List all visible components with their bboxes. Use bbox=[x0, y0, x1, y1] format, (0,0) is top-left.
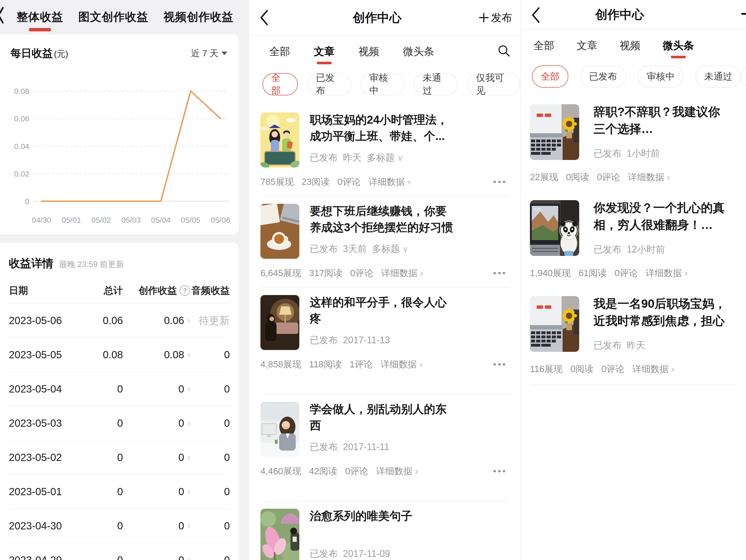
back-icon[interactable] bbox=[259, 9, 269, 26]
creation-center-microposts-screen: 创作中心 全部 文章 视频 微头条 全部 已发布 审核中 未通过 bbox=[520, 0, 746, 560]
chevron-right-icon: › bbox=[187, 418, 191, 429]
chevron-right-icon: › bbox=[187, 555, 191, 560]
date-range-selector[interactable]: 近 7 天 bbox=[191, 48, 227, 59]
help-icon[interactable]: ? bbox=[179, 285, 191, 296]
filter-published[interactable]: 已发布 bbox=[307, 73, 351, 95]
more-options-icon[interactable] bbox=[493, 359, 507, 370]
more-options-icon[interactable] bbox=[493, 268, 507, 278]
tab-overall-earnings[interactable]: 整体收益 bbox=[17, 9, 63, 25]
impressions: 4,460展现 bbox=[260, 465, 302, 477]
svg-text:04/30: 04/30 bbox=[32, 216, 51, 224]
post-stats: 116展现 0阅读 0评论 详细数据 bbox=[530, 363, 675, 375]
article-meta: 已发布 昨天 多标题 bbox=[310, 151, 403, 164]
article-item[interactable]: 治愈系列的唯美句子 已发布 2017-11-09 7,669展现 125阅读 0… bbox=[260, 501, 509, 560]
post-thumbnail-monitor-panda: 6:20 bbox=[530, 200, 579, 256]
tab-articles[interactable]: 文章 bbox=[314, 44, 335, 59]
article-item[interactable]: 职场宝妈的24小时管理法， 成功平衡上班、带娃、个... 已发布 昨天 多标题 … bbox=[260, 105, 509, 196]
filter-in-review[interactable]: 审核中 bbox=[361, 73, 405, 95]
svg-text:0.06: 0.06 bbox=[14, 114, 29, 123]
article-meta: 已发布 3天前 多标题 bbox=[310, 243, 408, 255]
detail-data-link[interactable]: 详细数据 bbox=[381, 267, 423, 279]
app-header: 创作中心 bbox=[521, 0, 746, 30]
detail-data-link[interactable]: 详细数据 bbox=[376, 465, 418, 477]
filter-rejected[interactable]: 未通过 bbox=[695, 65, 741, 88]
article-stats: 4,460展现 42阅读 0评论 详细数据 bbox=[260, 465, 507, 477]
table-row: 2023-04-29 0 0› 0 bbox=[9, 542, 230, 560]
tab-article-earnings[interactable]: 图文创作收益 bbox=[78, 9, 148, 25]
svg-text:05/03: 05/03 bbox=[121, 216, 141, 224]
detail-data-link[interactable]: 详细数据 bbox=[628, 171, 670, 183]
article-thumbnail-graduation-illustration bbox=[260, 113, 299, 168]
chevron-right-icon: › bbox=[187, 315, 191, 326]
tab-all[interactable]: 全部 bbox=[269, 44, 290, 59]
post-meta: 已发布 12小时前 bbox=[594, 243, 665, 256]
article-item[interactable]: 学会做人，别乱动别人的东 西 已发布 2017-11-11 4,460展现 42… bbox=[260, 394, 509, 485]
details-title: 收益详情 bbox=[9, 256, 53, 271]
detail-data-link[interactable]: 详细数据 bbox=[369, 176, 411, 188]
status-filter-row: 全部 已发布 审核中 未通过 bbox=[521, 65, 746, 88]
filter-rejected[interactable]: 未通过 bbox=[414, 73, 458, 95]
article-stats: 6,645展现 317阅读 0评论 详细数据 bbox=[260, 267, 507, 279]
back-icon[interactable] bbox=[531, 7, 540, 23]
tab-all[interactable]: 全部 bbox=[534, 38, 554, 53]
post-title: 我是一名90后职场宝妈， 近我时常感到焦虑，担心 bbox=[594, 288, 746, 329]
svg-text:0.04: 0.04 bbox=[14, 142, 29, 151]
tab-videos[interactable]: 视频 bbox=[620, 38, 640, 53]
tab-videos[interactable]: 视频 bbox=[358, 44, 379, 59]
svg-text:05/05: 05/05 bbox=[181, 216, 200, 224]
plus-icon-partial[interactable] bbox=[741, 13, 746, 15]
table-row: 2023-05-05 0.08 0.08› 0 bbox=[9, 337, 230, 372]
article-meta: 已发布 2017-11-11 bbox=[310, 441, 389, 453]
more-options-icon[interactable] bbox=[493, 177, 507, 187]
detail-data-link[interactable]: 详细数据 bbox=[380, 358, 423, 371]
table-row: 2023-05-03 0 0› 0 bbox=[9, 406, 230, 440]
tab-microposts[interactable]: 微头条 bbox=[663, 38, 694, 53]
filter-private[interactable]: 仅我可见 bbox=[467, 73, 520, 95]
article-item[interactable]: 要想下班后继续赚钱，你要 养成这3个拒绝摆烂的好习惯 已发布 3天前 多标题 6… bbox=[260, 196, 509, 287]
article-item[interactable]: 这样的和平分手，很令人心 疼 已发布 2017-11-13 4,858展现 11… bbox=[260, 287, 509, 379]
impressions: 4,858展现 bbox=[260, 358, 302, 371]
table-header-row: 日期 总计 创作收益? 音频收益 bbox=[9, 278, 230, 303]
impressions: 1,940展现 bbox=[530, 267, 571, 279]
more-options-icon[interactable] bbox=[493, 466, 507, 476]
daily-earnings-line-chart: 0.08 0.06 0.04 0.02 0 04/30 05/01 05/02 … bbox=[4, 65, 235, 234]
micropost-item[interactable]: 辞职?不辞职？我建议你 三个选择… 已发布 1小时前 22展现 0阅读 0评论 … bbox=[530, 96, 737, 193]
page-title: 创作中心 bbox=[353, 0, 402, 35]
post-thumbnail-laptop-sunflower bbox=[530, 296, 579, 352]
filter-partial[interactable] bbox=[741, 65, 746, 88]
impressions: 785展现 bbox=[260, 176, 294, 188]
post-meta: 已发布 昨天 bbox=[594, 339, 645, 352]
article-title: 这样的和平分手，很令人心 疼 bbox=[310, 288, 511, 327]
comments: 1评论 bbox=[349, 358, 372, 371]
filter-all[interactable]: 全部 bbox=[262, 73, 298, 95]
detail-data-link[interactable]: 详细数据 bbox=[645, 267, 688, 279]
filter-published[interactable]: 已发布 bbox=[580, 65, 626, 88]
search-icon[interactable] bbox=[497, 44, 511, 58]
publish-button[interactable]: 发布 bbox=[479, 0, 512, 35]
micropost-item[interactable]: 6:20 bbox=[530, 193, 737, 288]
filter-in-review[interactable]: 审核中 bbox=[638, 65, 684, 88]
detail-data-link[interactable]: 详细数据 bbox=[632, 363, 675, 375]
article-title: 职场宝妈的24小时管理法， 成功平衡上班、带娃、个... bbox=[310, 105, 511, 144]
chevron-right-icon: › bbox=[187, 383, 191, 394]
svg-text:05/06: 05/06 bbox=[211, 216, 230, 224]
comments: 0评论 bbox=[350, 267, 373, 279]
post-stats: 22展现 0阅读 0评论 详细数据 bbox=[530, 171, 670, 183]
tab-microposts[interactable]: 微头条 bbox=[403, 44, 434, 59]
micropost-item[interactable]: 我是一名90后职场宝妈， 近我时常感到焦虑，担心 已发布 昨天 116展现 0阅… bbox=[530, 288, 737, 385]
svg-text:05/02: 05/02 bbox=[91, 216, 111, 224]
filter-all[interactable]: 全部 bbox=[532, 65, 568, 88]
svg-text:6:20: 6:20 bbox=[534, 207, 541, 211]
back-icon-partial[interactable] bbox=[0, 6, 4, 24]
impressions: 22展现 bbox=[530, 171, 558, 183]
impressions: 6,645展现 bbox=[260, 267, 302, 279]
table-row: 2023-05-02 0 0› 0 bbox=[9, 440, 230, 474]
tab-articles[interactable]: 文章 bbox=[577, 38, 597, 53]
post-thumbnail-laptop-sunflower bbox=[530, 104, 579, 160]
article-stats: 785展现 23阅读 0评论 详细数据 bbox=[260, 176, 507, 188]
article-thumbnail-lotus bbox=[260, 509, 299, 560]
reads: 42阅读 bbox=[309, 465, 338, 477]
tab-video-earnings[interactable]: 视频创作收益 bbox=[164, 9, 233, 25]
chevron-right-icon: › bbox=[187, 349, 191, 360]
micropost-list: 辞职?不辞职？我建议你 三个选择… 已发布 1小时前 22展现 0阅读 0评论 … bbox=[521, 96, 746, 385]
